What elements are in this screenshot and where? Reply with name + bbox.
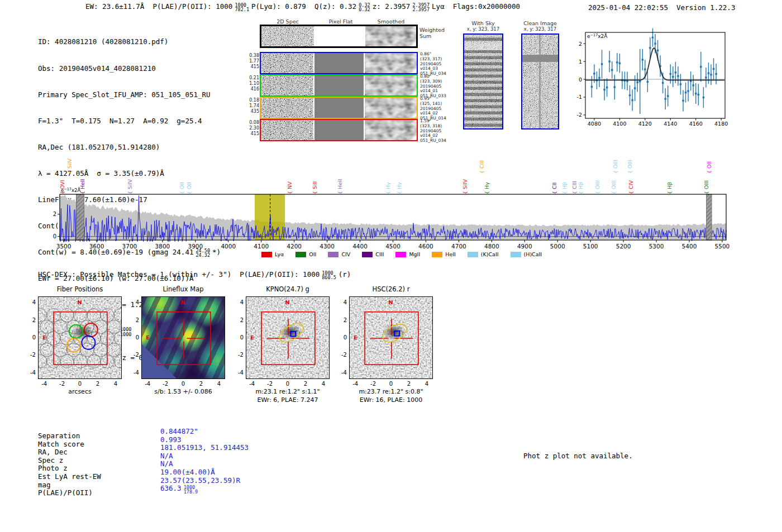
fiber-pixelflat-image <box>314 75 364 95</box>
legend-label: MgII <box>409 251 420 257</box>
legend-item: (K)CaII <box>468 251 499 257</box>
match-row-label: mag <box>38 481 101 490</box>
x-tick-label: -4 <box>350 381 361 387</box>
match-row-value: N/A <box>160 460 249 468</box>
x-tick-label: 2 <box>403 381 414 387</box>
svg-text:4140: 4140 <box>664 121 677 127</box>
svg-text:4180: 4180 <box>714 121 728 127</box>
match-table-values: 0.844872"0.993181.051913, 51.914453N/AN/… <box>160 428 249 494</box>
y-tick-label: -2 <box>127 352 139 358</box>
header-line-flags: Lyα Flags:0x20000000 <box>432 2 520 11</box>
svg-text:3700: 3700 <box>122 243 137 250</box>
line-label-siiv: { SiIV <box>67 159 72 174</box>
fiber-row-weights: 0.082.30415 <box>245 120 259 137</box>
spectrum-legend: LyαOIICIVCIIIMgIIHeII(K)CaII(H)CaII <box>261 251 542 257</box>
legend-swatch <box>511 252 521 257</box>
y-tick-label: 4 <box>231 299 244 305</box>
svg-text:5100: 5100 <box>583 243 598 250</box>
info-ifu-amp: Primary Spec_Slot_IFU_AMP: 051_105_051_R… <box>38 90 221 99</box>
y-tick-label: 4 <box>23 299 36 305</box>
withsky-image <box>463 33 503 130</box>
fiber-pixelflat-image <box>314 98 364 118</box>
svg-text:4200: 4200 <box>287 243 302 250</box>
legend-swatch <box>295 252 306 257</box>
line-label-oii: { OII <box>707 161 712 174</box>
fiber-smoothed-image <box>365 53 417 73</box>
cutout-image-3: NE <box>246 296 330 379</box>
y-tick-label: 2 <box>335 317 347 323</box>
y-tick-label: 0 <box>335 334 347 341</box>
cutout-image-2: NE <box>141 296 225 379</box>
cutout-xlabel: arcsecs <box>21 388 139 395</box>
qz-fraction: 0.320.32 <box>359 3 370 12</box>
svg-text:E: E <box>146 334 150 341</box>
weighted-sum-row <box>260 25 418 48</box>
fiber-smoothed-image <box>365 75 417 95</box>
legend-swatch <box>328 252 338 257</box>
legend-label: HeII <box>445 251 456 257</box>
legend-label: CIII <box>375 251 384 257</box>
fiber-2dspec-image <box>261 75 313 95</box>
svg-text:4900: 4900 <box>517 243 532 250</box>
legend-swatch <box>362 252 373 257</box>
svg-text:N: N <box>77 299 82 305</box>
fiber-row-weights: 0.181.74435 <box>245 98 259 115</box>
spec2d-header-3: Smoothed <box>366 18 416 25</box>
svg-text:5400: 5400 <box>682 243 697 250</box>
report-datetime: 2025-01-04 22:02:55 <box>588 3 668 12</box>
svg-text:4100: 4100 <box>613 121 626 127</box>
svg-text:5000: 5000 <box>550 243 565 250</box>
x-tick-label: -4 <box>39 381 50 387</box>
x-tick-label: -4 <box>142 381 153 387</box>
fiber-row-meta: 0.95"(325, 141)20190405v014_02051_RU_014 <box>420 97 460 121</box>
clean-title: Clean Image <box>519 20 561 26</box>
x-tick-label: 4 <box>421 381 432 387</box>
svg-text:4100: 4100 <box>254 243 269 250</box>
x-tick-label: 4 <box>318 381 329 387</box>
svg-text:4700: 4700 <box>451 243 466 250</box>
legend-swatch <box>432 252 442 257</box>
cutout-xlabel-2: EWr: 6, PLAE: 7.247 <box>229 396 346 404</box>
svg-text:4500: 4500 <box>385 243 400 250</box>
svg-text:-1: -1 <box>577 94 582 100</box>
match-row-label: Separation <box>38 432 101 440</box>
svg-text:4120: 4120 <box>638 121 652 127</box>
legend-swatch <box>261 252 272 257</box>
y-tick-label: 2 <box>231 317 244 323</box>
match-row-value: N/A <box>160 452 249 461</box>
full-spectrum-chart: 3500360037003800390040004100420043004400… <box>53 186 732 259</box>
x-tick-label: 0 <box>74 381 85 387</box>
x-tick-label: 2 <box>300 381 311 387</box>
legend-label: (K)CaII <box>481 251 499 257</box>
match-row-value: 0.993 <box>160 436 249 444</box>
svg-text:2: 2 <box>579 41 582 47</box>
y-tick-label: 0 <box>127 334 139 341</box>
y-tick-label: -2 <box>231 352 244 358</box>
cutout-xlabel: s/b: 1.53 +/- 0.086 <box>125 388 242 395</box>
fiber-row-weights: 0.381.77415 <box>245 53 259 70</box>
y-tick-label: -2 <box>23 352 36 358</box>
match-row-label: RA, Dec <box>38 448 101 457</box>
legend-item: CIII <box>362 251 384 257</box>
legend-swatch <box>468 252 478 257</box>
clean-image <box>521 33 559 130</box>
y-tick-label: -4 <box>335 370 347 376</box>
legend-item: (H)CaII <box>511 251 542 257</box>
x-tick-label: -2 <box>56 381 68 387</box>
svg-text:3600: 3600 <box>89 243 104 250</box>
svg-text:4300: 4300 <box>320 243 335 250</box>
svg-text:0: 0 <box>53 233 56 239</box>
y-tick-label: -4 <box>231 370 244 376</box>
x-tick-label: 0 <box>178 381 189 387</box>
header-ew-plae: EW: 23.6±11.7Å P(LAE)/P(OII): 1000 <box>85 2 232 11</box>
y-tick-label: 2 <box>23 317 36 323</box>
svg-text:-2: -2 <box>577 112 582 118</box>
svg-text:4080: 4080 <box>588 121 601 127</box>
match-plae-fraction: 1000178.9 <box>184 485 198 494</box>
x-tick-label: -2 <box>264 381 275 387</box>
fiber-smoothed-image <box>365 120 417 140</box>
svg-text:4600: 4600 <box>418 243 433 250</box>
line-label-oiii: { OIII <box>627 160 632 174</box>
line-fit-chart: -2-1012408041004120414041604180e−17x2Å <box>575 28 732 131</box>
fiber-smoothed-image <box>365 98 417 118</box>
